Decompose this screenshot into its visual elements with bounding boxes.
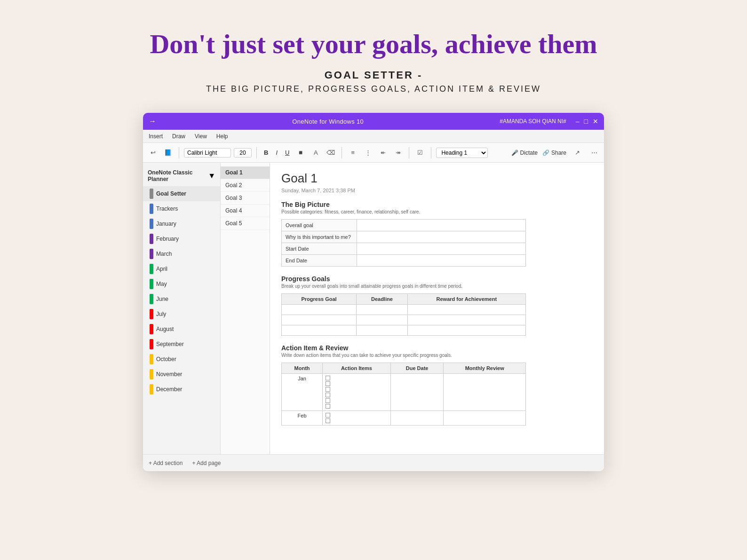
page-item-2[interactable]: Goal 2 <box>221 179 270 192</box>
sidebar-item-goal setter[interactable]: Goal Setter <box>143 186 220 201</box>
highlight-icon[interactable]: ◾ <box>294 147 307 159</box>
underline-button[interactable]: U <box>283 148 292 157</box>
sidebar-item-november[interactable]: November <box>143 367 220 382</box>
font-selector[interactable] <box>184 148 231 158</box>
sidebar-item-june[interactable]: June <box>143 292 220 307</box>
bp-row-value[interactable] <box>357 255 526 267</box>
progress-goals-sub: Break up your overall goals into small a… <box>281 284 593 289</box>
checkbox-item[interactable] <box>326 376 388 380</box>
ai-monthly-review[interactable] <box>444 411 526 426</box>
restore-button[interactable]: □ <box>584 118 588 125</box>
checkbox-icon[interactable] <box>326 393 330 397</box>
page-item-5[interactable]: Goal 5 <box>221 217 270 230</box>
menu-view[interactable]: View <box>195 133 207 140</box>
dictate-button[interactable]: 🎤 Dictate <box>511 150 538 156</box>
pg-cell[interactable] <box>282 305 357 315</box>
action-items-sub: Write down action items that you can tak… <box>281 353 593 358</box>
menu-draw[interactable]: Draw <box>172 133 185 140</box>
page-item-4[interactable]: Goal 4 <box>221 205 270 217</box>
checkbox-item[interactable] <box>326 404 388 409</box>
sidebar-item-december[interactable]: December <box>143 382 220 397</box>
user-label: #AMANDA SOH QIAN NI# <box>500 118 566 125</box>
sidebar-item-january[interactable]: January <box>143 216 220 231</box>
page-item-1[interactable]: Goal 1 <box>221 166 270 179</box>
checkbox-icon[interactable] <box>326 413 330 418</box>
notebook-header[interactable]: OneNote Classic Planner ▼ <box>143 166 220 185</box>
ai-column-header: Due Date <box>390 363 444 374</box>
note-title[interactable]: Goal 1 <box>281 171 593 186</box>
ai-due-date[interactable] <box>390 411 444 426</box>
increase-indent-icon[interactable]: ↠ <box>392 147 404 159</box>
ribbon-sep-2 <box>256 147 257 158</box>
ai-action-items[interactable] <box>323 411 391 426</box>
menu-help[interactable]: Help <box>216 133 228 140</box>
bp-row-value[interactable] <box>357 220 526 231</box>
pg-cell[interactable] <box>357 325 408 336</box>
add-section-button[interactable]: + Add section <box>149 460 183 466</box>
ribbon-sep-3 <box>342 147 342 158</box>
bp-row-value[interactable] <box>357 231 526 243</box>
sidebar-item-july[interactable]: July <box>143 307 220 322</box>
pg-cell[interactable] <box>282 315 357 325</box>
checkbox-icon[interactable] <box>326 404 330 409</box>
section-color-dot <box>150 339 153 349</box>
pg-cell[interactable] <box>407 305 525 315</box>
undo-icon[interactable]: ↩ <box>147 147 159 159</box>
sidebar-item-february[interactable]: February <box>143 231 220 246</box>
sidebar: OneNote Classic Planner ▼ Goal SetterTra… <box>143 163 221 454</box>
italic-button[interactable]: I <box>273 148 280 157</box>
checkbox-item[interactable] <box>326 418 388 423</box>
bp-row-value[interactable] <box>357 243 526 255</box>
font-size-input[interactable] <box>234 148 252 158</box>
pg-cell[interactable] <box>407 325 525 336</box>
heading-selector[interactable]: Heading 1 Heading 2 Normal <box>436 148 488 158</box>
more-options-icon[interactable]: ⋯ <box>588 147 600 159</box>
sidebar-item-march[interactable]: March <box>143 246 220 261</box>
eraser-icon[interactable]: ⌫ <box>325 147 337 159</box>
checkbox-icon[interactable] <box>326 418 330 423</box>
numbered-list-icon[interactable]: ⋮ <box>362 147 374 159</box>
checkbox-item[interactable] <box>326 387 388 392</box>
content-area[interactable]: Goal 1 Sunday, March 7, 2021 3:38 PM The… <box>270 163 604 454</box>
checkbox-icon[interactable] <box>326 381 330 386</box>
checkbox-icon[interactable] <box>326 398 330 403</box>
sidebar-item-trackers[interactable]: Trackers <box>143 201 220 216</box>
sidebar-item-september[interactable]: September <box>143 337 220 352</box>
notebook-icon[interactable]: 📘 <box>162 147 174 159</box>
checkbox-icon[interactable] <box>326 376 330 380</box>
section-color-dot <box>150 324 153 334</box>
ai-due-date[interactable] <box>390 374 444 411</box>
checkbox-item[interactable] <box>326 413 388 418</box>
menu-insert[interactable]: Insert <box>149 133 163 140</box>
close-button[interactable]: ✕ <box>593 118 598 125</box>
checkbox-icon[interactable] <box>326 387 330 392</box>
decrease-indent-icon[interactable]: ↞ <box>377 147 389 159</box>
checkbox-icon[interactable]: ☑ <box>414 147 426 159</box>
ai-monthly-review[interactable] <box>444 374 526 411</box>
sidebar-item-august[interactable]: August <box>143 322 220 337</box>
minimize-button[interactable]: – <box>576 118 580 125</box>
ai-action-items[interactable] <box>323 374 391 411</box>
page-item-3[interactable]: Goal 3 <box>221 192 270 205</box>
section-label: November <box>156 371 182 378</box>
back-button[interactable]: → <box>149 117 156 126</box>
action-items-heading: Action Item & Review <box>281 344 593 352</box>
expand-icon[interactable]: ↗ <box>571 147 583 159</box>
sidebar-item-may[interactable]: May <box>143 276 220 292</box>
subtitle-block: GOAL SETTER - THE BIG PICTURE, PROGRESS … <box>206 69 541 94</box>
bullet-list-icon[interactable]: ≡ <box>347 147 359 159</box>
bold-button[interactable]: B <box>262 148 270 157</box>
add-page-button[interactable]: + Add page <box>192 460 221 466</box>
checkbox-item[interactable] <box>326 393 388 397</box>
sidebar-item-october[interactable]: October <box>143 352 220 367</box>
sidebar-item-april[interactable]: April <box>143 261 220 276</box>
pg-cell[interactable] <box>407 315 525 325</box>
pg-cell[interactable] <box>282 325 357 336</box>
font-color-icon[interactable]: A <box>310 147 322 159</box>
pg-cell[interactable] <box>357 305 408 315</box>
pg-cell[interactable] <box>357 315 408 325</box>
mic-icon: 🎤 <box>511 150 518 156</box>
checkbox-item[interactable] <box>326 398 388 403</box>
checkbox-item[interactable] <box>326 381 388 386</box>
share-button[interactable]: 🔗 Share <box>542 150 566 156</box>
